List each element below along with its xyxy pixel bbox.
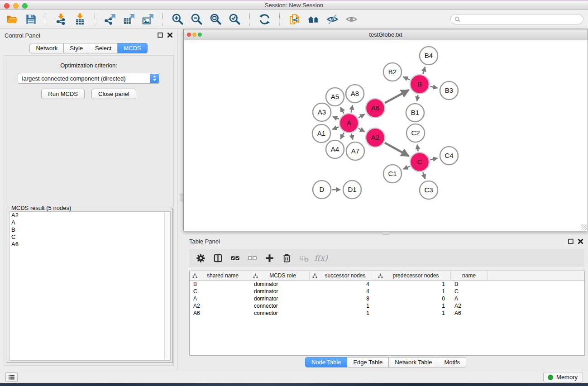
tab-motifs[interactable]: Motifs <box>438 357 466 367</box>
zoom-out-button[interactable] <box>189 12 204 27</box>
table-cell[interactable]: 1 <box>375 310 451 317</box>
graph-edge-B-B4[interactable] <box>423 67 425 74</box>
table-cell[interactable]: 4 <box>310 288 375 295</box>
task-history-button[interactable] <box>5 372 18 382</box>
deselect-all-checkboxes-button[interactable] <box>247 253 258 263</box>
memory-button[interactable]: Memory <box>543 372 583 382</box>
tab-edge-table[interactable]: Edge Table <box>347 357 389 367</box>
table-cell[interactable]: 8 <box>310 295 375 302</box>
graph-node-C1[interactable]: C1 <box>383 165 402 183</box>
table-cell[interactable]: dominator <box>250 281 310 288</box>
minimize-window-button[interactable] <box>13 3 19 9</box>
graph-edge-A-A4[interactable] <box>340 133 344 139</box>
table-cell[interactable]: 0 <box>375 295 451 302</box>
graph-node-A[interactable]: A <box>339 114 359 133</box>
graph-node-C2[interactable]: C2 <box>406 124 425 142</box>
graph-edge-A-A8[interactable] <box>351 105 353 113</box>
graph-edge-B-B3[interactable] <box>430 86 438 88</box>
table-row[interactable]: A2connector11A2 <box>190 302 584 310</box>
tab-mcds[interactable]: MCDS <box>118 43 147 53</box>
table-cell[interactable]: 4 <box>310 281 375 288</box>
table-cell[interactable]: 1 <box>310 302 375 310</box>
table-settings-button[interactable] <box>195 253 206 263</box>
graph-node-C3[interactable]: C3 <box>420 181 438 199</box>
table-cell[interactable]: dominator <box>250 288 310 295</box>
export-image-button[interactable] <box>140 12 155 27</box>
graph-node-A6[interactable]: A6 <box>366 99 385 118</box>
table-cell[interactable]: A <box>190 295 250 302</box>
table-cell[interactable]: C <box>451 288 488 295</box>
horizontal-divider-grip[interactable] <box>382 232 389 235</box>
table-row[interactable]: Cdominator41C <box>190 288 584 295</box>
graph-node-D[interactable]: D <box>313 181 331 199</box>
graph-edge-A-A6[interactable] <box>359 114 365 118</box>
delete-row-button[interactable] <box>281 253 292 263</box>
tab-style[interactable]: Style <box>64 43 89 53</box>
table-cell[interactable]: 1 <box>375 288 451 295</box>
close-table-panel-icon[interactable] <box>577 238 584 245</box>
network-minimize-button[interactable] <box>192 33 196 37</box>
graph-node-D1[interactable]: D1 <box>343 181 361 199</box>
table-cell[interactable]: B <box>451 281 488 288</box>
resize-grip-icon[interactable] <box>581 224 587 230</box>
table-cell[interactable]: 1 <box>375 302 451 310</box>
apply-layout-button[interactable] <box>257 12 272 27</box>
column-header-name[interactable]: name <box>451 271 488 280</box>
table-cell[interactable]: A6 <box>190 310 250 317</box>
result-scrollbar[interactable] <box>164 212 170 360</box>
graph-node-C[interactable]: C <box>410 152 429 172</box>
table-cell[interactable]: A2 <box>451 302 488 310</box>
table-cell[interactable]: A2 <box>190 302 250 310</box>
run-mcds-button[interactable]: Run MCDS <box>41 89 85 99</box>
close-panel-icon[interactable] <box>167 32 173 38</box>
network-maximize-button[interactable] <box>198 33 202 37</box>
mcds-result-item[interactable]: A <box>10 219 170 226</box>
table-cell[interactable]: dominator <box>250 295 310 302</box>
graph-edge-A-A5[interactable] <box>340 107 344 114</box>
optimization-criterion-select[interactable]: largest connected component (directed) <box>18 73 160 84</box>
column-header-shared-name[interactable]: shared name <box>190 271 250 280</box>
graph-edge-C-C3[interactable] <box>423 172 425 179</box>
tab-node-table[interactable]: Node Table <box>305 357 348 367</box>
graph-node-B3[interactable]: B3 <box>440 81 458 100</box>
graph-node-B1[interactable]: B1 <box>406 104 424 122</box>
graph-edge-A2-C[interactable] <box>385 143 409 156</box>
graph-edge-B-B2[interactable] <box>403 77 410 80</box>
select-all-checkboxes-button[interactable] <box>229 253 240 263</box>
zoom-selected-button[interactable] <box>227 12 242 27</box>
graph-node-A8[interactable]: A8 <box>346 85 364 103</box>
export-table-button[interactable] <box>121 12 136 27</box>
column-header-mcds-role[interactable]: MCDS role <box>250 271 310 280</box>
home-button[interactable] <box>306 12 321 27</box>
mcds-result-item[interactable]: A2 <box>10 212 170 219</box>
show-eye-button[interactable] <box>344 12 359 27</box>
mcds-result-list[interactable]: A2ABCA6 <box>9 211 171 361</box>
search-input[interactable] <box>463 16 579 23</box>
import-network-button[interactable] <box>53 12 68 27</box>
open-session-button[interactable] <box>5 12 19 27</box>
graph-edge-C-C1[interactable] <box>403 167 410 169</box>
table-cell[interactable]: 1 <box>375 281 451 288</box>
table-row[interactable]: A6connector11A6 <box>190 310 584 317</box>
tab-network[interactable]: Network <box>29 43 64 53</box>
graph-edge-A-A2[interactable] <box>359 129 364 132</box>
graph-edge-A-A1[interactable] <box>332 127 339 129</box>
float-panel-icon[interactable] <box>157 32 164 38</box>
maximize-window-button[interactable] <box>22 3 28 9</box>
network-canvas[interactable]: AA1A2A3A4A5A6A7A8BB1B2B3B4CC1C2C3C4DD1 <box>184 41 588 231</box>
column-header-predecessor-nodes[interactable]: predecessor nodes <box>375 271 451 280</box>
zoom-fit-button[interactable] <box>208 12 223 27</box>
graph-edge-A-A3[interactable] <box>333 117 339 119</box>
mcds-result-item[interactable]: B <box>10 226 170 234</box>
graph-node-A4[interactable]: A4 <box>326 140 344 158</box>
graph-node-A2[interactable]: A2 <box>366 128 385 147</box>
float-table-panel-icon[interactable] <box>568 238 574 245</box>
graph-edge-A6-B[interactable] <box>385 90 409 103</box>
mcds-result-item[interactable]: A6 <box>10 241 170 248</box>
table-cell[interactable]: connector <box>250 302 310 310</box>
graph-node-B2[interactable]: B2 <box>383 63 402 81</box>
save-session-button[interactable] <box>24 12 38 27</box>
hide-eye-button[interactable] <box>325 12 340 27</box>
table-row[interactable]: Adominator80A <box>190 295 584 302</box>
graph-node-B4[interactable]: B4 <box>420 47 438 65</box>
